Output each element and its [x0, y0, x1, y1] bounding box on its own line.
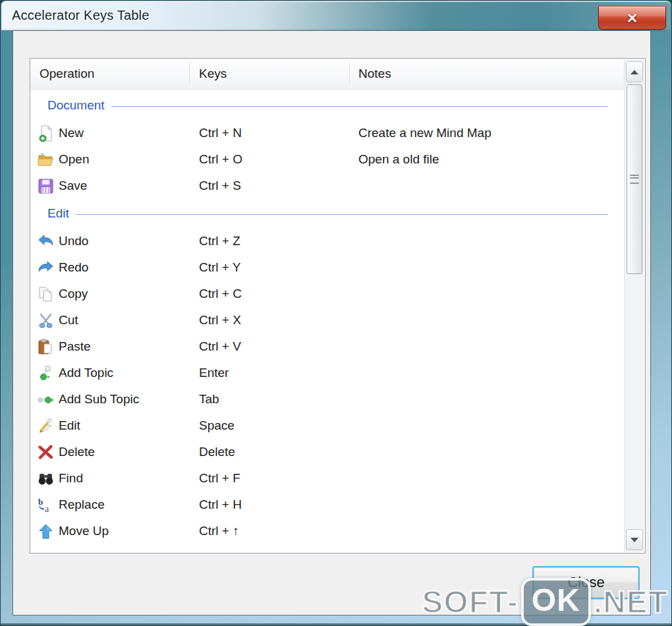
operation-label: Undo [59, 234, 88, 248]
svg-text:b: b [38, 497, 43, 507]
scrollbar-up-button[interactable] [626, 61, 643, 82]
section-label: Document [47, 98, 105, 113]
close-button[interactable]: Close [532, 566, 640, 599]
column-separator [349, 63, 350, 85]
operation-label: Replace [59, 498, 105, 512]
operation-cell: Open [30, 151, 199, 169]
operation-cell: Add Sub Topic [30, 391, 199, 409]
table-header: Operation Keys Notes [30, 59, 624, 90]
keys-cell: Ctrl + Y [199, 260, 358, 275]
table-row: Move Up Ctrl + ↑ [30, 518, 624, 544]
operation-cell: Redo [30, 259, 199, 277]
add-topic-icon [37, 364, 55, 382]
scrollbar-grip-icon [630, 175, 639, 184]
add-sub-topic-icon [37, 391, 55, 409]
down-arrow-icon [630, 538, 638, 542]
keys-cell: Ctrl + S [199, 179, 358, 193]
window-title: Accelerator Keys Table [12, 8, 150, 23]
table-row: Cut Ctrl + X [30, 307, 624, 333]
operation-label: Cut [59, 313, 78, 327]
cut-icon [37, 312, 55, 329]
keys-cell: Ctrl + Z [199, 234, 358, 248]
operation-cell: Cut [30, 312, 199, 329]
paste-icon [37, 338, 55, 356]
section-header: Edit [30, 199, 624, 228]
new-icon [37, 125, 55, 142]
column-separator [189, 63, 190, 85]
operation-cell: Paste [30, 338, 199, 356]
operation-label: Delete [59, 445, 95, 459]
keys-cell: Ctrl + C [199, 287, 358, 301]
table-row: Add Topic Enter [30, 360, 624, 386]
titlebar[interactable]: Accelerator Keys Table ✕ [1, 1, 671, 30]
operation-label: Find [59, 471, 83, 486]
operation-label: Save [59, 179, 87, 193]
edit-icon [37, 417, 55, 435]
close-icon: ✕ [627, 11, 638, 25]
scrollbar-down-button[interactable] [626, 529, 643, 550]
keys-cell: Delete [199, 445, 358, 459]
copy-icon [37, 285, 55, 303]
table-row: Add Sub Topic Tab [30, 386, 624, 413]
vertical-scrollbar[interactable] [624, 59, 644, 552]
operation-label: Add Topic [59, 366, 113, 380]
operation-label: Redo [59, 260, 88, 275]
svg-text:a: a [45, 504, 49, 514]
save-icon [37, 177, 55, 195]
section-header: Document [30, 91, 624, 120]
accelerator-table: Operation Keys Notes Document New Ctrl +… [30, 58, 646, 554]
window-close-button[interactable]: ✕ [598, 6, 666, 30]
up-arrow-icon [630, 70, 638, 74]
undo-icon [37, 233, 55, 250]
column-header-operation[interactable]: Operation [30, 59, 189, 89]
table-row: Delete Delete [30, 439, 624, 465]
operation-cell: Move Up [30, 523, 199, 540]
operation-cell: Find [30, 470, 199, 488]
redo-icon [37, 259, 55, 277]
table-row: Undo Ctrl + Z [30, 228, 624, 254]
operation-cell: Delete [30, 443, 199, 461]
open-icon [37, 151, 55, 169]
table-row: Open Ctrl + O Open a old file [30, 146, 624, 173]
delete-icon [37, 443, 55, 461]
replace-icon: ba [37, 496, 55, 514]
operation-cell: Edit [30, 417, 199, 435]
keys-cell: Ctrl + O [199, 152, 358, 167]
table-row: Find Ctrl + F [30, 465, 624, 492]
move-up-icon [37, 523, 55, 540]
column-header-keys[interactable]: Keys [189, 59, 349, 89]
keys-cell: Space [199, 418, 358, 433]
notes-cell: Open a old file [358, 152, 624, 167]
operation-label: Add Sub Topic [59, 392, 139, 407]
keys-cell: Ctrl + F [199, 471, 358, 486]
section-label: Edit [47, 206, 69, 221]
scrollbar-thumb[interactable] [627, 84, 642, 274]
table-row: New Ctrl + N Create a new Mind Map [30, 120, 624, 146]
keys-cell: Ctrl + H [199, 498, 358, 512]
operation-label: Paste [59, 339, 91, 354]
keys-cell: Enter [199, 366, 358, 380]
dialog-client-area: Operation Keys Notes Document New Ctrl +… [13, 30, 651, 615]
dialog-window: Accelerator Keys Table ✕ Operation Keys … [0, 0, 672, 626]
section-divider-line [111, 106, 607, 107]
find-icon [37, 470, 55, 488]
table-content: Operation Keys Notes Document New Ctrl +… [30, 59, 624, 553]
section-divider-line [76, 214, 607, 215]
table-row: Edit Space [30, 413, 624, 439]
close-button-label: Close [567, 574, 604, 591]
table-row: Redo Ctrl + Y [30, 254, 624, 281]
operation-cell: New [30, 125, 199, 142]
operation-label: New [59, 126, 84, 140]
column-header-notes[interactable]: Notes [349, 59, 624, 89]
operation-cell: Add Topic [30, 364, 199, 382]
table-body: Document New Ctrl + N Create a new Mind … [30, 90, 624, 544]
table-row: Save Ctrl + S [30, 173, 624, 199]
table-row: Copy Ctrl + C [30, 281, 624, 307]
operation-cell: Undo [30, 233, 199, 250]
keys-cell: Ctrl + V [199, 339, 358, 354]
table-row: Paste Ctrl + V [30, 333, 624, 360]
operation-label: Move Up [59, 524, 109, 538]
operation-cell: ba Replace [30, 496, 199, 514]
operation-label: Edit [59, 418, 80, 433]
operation-cell: Copy [30, 285, 199, 303]
